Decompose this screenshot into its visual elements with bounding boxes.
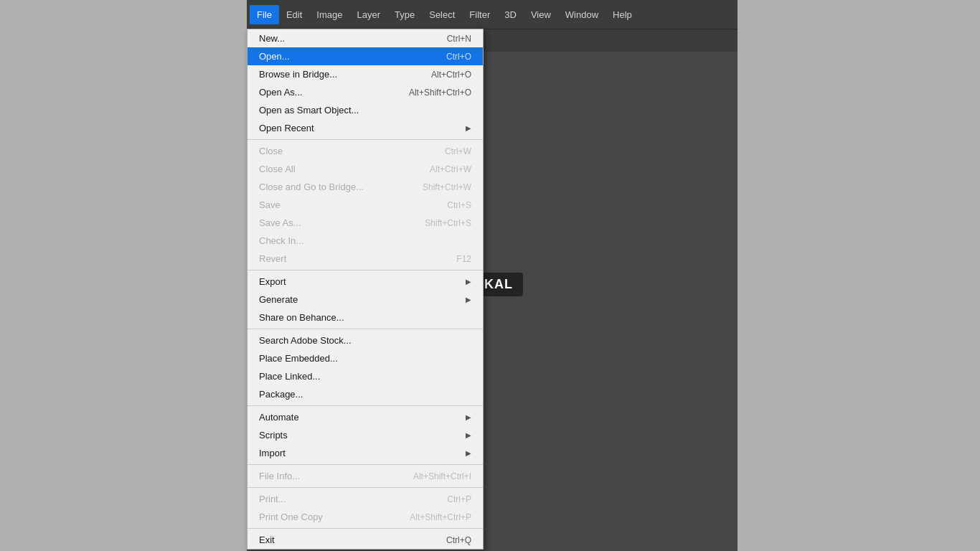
- menu-item-label-new: New...: [259, 33, 285, 44]
- menu-item-arrow-scripts: ▶: [466, 431, 471, 439]
- menu-item-close_bridge: Close and Go to Bridge...Shift+Ctrl+W: [248, 178, 483, 196]
- menu-item-arrow-import: ▶: [466, 449, 471, 457]
- separator-after-print_one: [248, 528, 483, 529]
- menu-item-shortcut-close_all: Alt+Ctrl+W: [430, 164, 471, 174]
- menu-type[interactable]: Type: [387, 5, 422, 24]
- menu-item-place_linked[interactable]: Place Linked...: [248, 367, 483, 385]
- menu-item-label-close: Close: [259, 146, 283, 156]
- menu-item-open[interactable]: Open...Ctrl+O: [248, 47, 483, 65]
- menu-item-check_in: Check In...: [248, 232, 483, 250]
- menu-item-close: CloseCtrl+W: [248, 142, 483, 160]
- menu-item-label-open_recent: Open Recent: [259, 123, 314, 133]
- menu-image[interactable]: Image: [309, 5, 349, 24]
- menu-item-search_stock[interactable]: Search Adobe Stock...: [248, 331, 483, 349]
- menu-item-label-close_bridge: Close and Go to Bridge...: [259, 182, 364, 192]
- menu-item-label-place_embedded: Place Embedded...: [259, 353, 338, 364]
- menu-item-label-exit: Exit: [259, 534, 275, 545]
- menu-item-shortcut-close: Ctrl+W: [445, 146, 471, 156]
- menu-item-arrow-export: ▶: [466, 278, 471, 286]
- menu-item-shortcut-save_as: Shift+Ctrl+S: [425, 218, 471, 228]
- menu-item-print_one: Print One CopyAlt+Shift+Ctrl+P: [248, 508, 483, 526]
- menu-item-label-automate: Automate: [259, 412, 299, 423]
- menu-window[interactable]: Window: [558, 5, 606, 24]
- menu-item-label-open_smart: Open as Smart Object...: [259, 105, 359, 116]
- left-background: [0, 0, 247, 551]
- watermark-text-after: KAL: [484, 277, 513, 291]
- menu-item-label-import: Import: [259, 448, 286, 458]
- menu-item-label-scripts: Scripts: [259, 430, 288, 441]
- menu-item-package[interactable]: Package...: [248, 385, 483, 403]
- menu-item-label-print_one: Print One Copy: [259, 512, 323, 522]
- menu-item-arrow-automate: ▶: [466, 413, 471, 421]
- menu-item-open_recent[interactable]: Open Recent▶: [248, 119, 483, 137]
- menu-item-label-generate: Generate: [259, 294, 298, 305]
- menu-item-revert: RevertF12: [248, 250, 483, 268]
- menu-item-automate[interactable]: Automate▶: [248, 408, 483, 426]
- menu-item-new[interactable]: New...Ctrl+N: [248, 29, 483, 47]
- separator-after-revert: [248, 270, 483, 270]
- menu-item-label-save: Save: [259, 199, 281, 210]
- menu-item-shortcut-close_bridge: Shift+Ctrl+W: [423, 182, 471, 192]
- separator-after-import: [248, 464, 483, 465]
- menu-item-place_embedded[interactable]: Place Embedded...: [248, 349, 483, 367]
- menu-item-browse_bridge[interactable]: Browse in Bridge...Alt+Ctrl+O: [248, 65, 483, 83]
- menu-item-export[interactable]: Export▶: [248, 273, 483, 291]
- menu-item-label-search_stock: Search Adobe Stock...: [259, 335, 352, 346]
- menu-item-close_all: Close AllAlt+Ctrl+W: [248, 160, 483, 178]
- menu-item-shortcut-print_one: Alt+Shift+Ctrl+P: [410, 512, 471, 522]
- menu-item-label-revert: Revert: [259, 253, 286, 264]
- menu-item-file_info: File Info...Alt+Shift+Ctrl+I: [248, 467, 483, 485]
- menu-item-open_smart[interactable]: Open as Smart Object...: [248, 101, 483, 119]
- menu-help[interactable]: Help: [606, 5, 639, 24]
- menu-item-shortcut-revert: F12: [456, 254, 471, 264]
- menu-item-arrow-generate: ▶: [466, 296, 471, 303]
- menu-item-shortcut-browse_bridge: Alt+Ctrl+O: [431, 70, 471, 80]
- menu-item-shortcut-save: Ctrl+S: [447, 200, 471, 210]
- menu-select[interactable]: Select: [422, 5, 462, 24]
- menu-item-generate[interactable]: Generate▶: [248, 291, 483, 309]
- menu-item-label-package: Package...: [259, 389, 303, 400]
- right-background: [738, 0, 980, 551]
- menubar: File Edit Image Layer Type Select Filter…: [247, 0, 738, 29]
- menu-item-shortcut-new: Ctrl+N: [447, 34, 471, 44]
- menu-item-save_as: Save As...Shift+Ctrl+S: [248, 214, 483, 232]
- menu-item-shortcut-open_as: Alt+Shift+Ctrl+O: [409, 88, 471, 98]
- separator-after-package: [248, 405, 483, 406]
- menu-item-label-place_linked: Place Linked...: [259, 371, 320, 382]
- menu-item-arrow-open_recent: ▶: [466, 124, 471, 132]
- menu-item-shortcut-print: Ctrl+P: [447, 494, 471, 504]
- menu-item-shortcut-exit: Ctrl+Q: [446, 535, 471, 545]
- menu-item-save: SaveCtrl+S: [248, 196, 483, 214]
- menu-item-open_as[interactable]: Open As...Alt+Shift+Ctrl+O: [248, 83, 483, 101]
- separator-after-file_info: [248, 487, 483, 488]
- menu-view[interactable]: View: [524, 5, 558, 24]
- menu-item-label-close_all: Close All: [259, 164, 296, 174]
- menu-item-label-open: Open...: [259, 51, 290, 62]
- menu-item-shortcut-file_info: Alt+Shift+Ctrl+I: [413, 471, 471, 481]
- menu-item-scripts[interactable]: Scripts▶: [248, 426, 483, 444]
- separator-after-open_recent: [248, 139, 483, 140]
- menu-item-label-browse_bridge: Browse in Bridge...: [259, 69, 337, 80]
- menu-item-label-share_behance: Share on Behance...: [259, 312, 344, 323]
- menu-item-label-export: Export: [259, 276, 286, 287]
- menu-item-label-open_as: Open As...: [259, 87, 303, 98]
- menu-3d[interactable]: 3D: [497, 5, 524, 24]
- menu-item-print: Print...Ctrl+P: [248, 490, 483, 508]
- menu-item-label-print: Print...: [259, 494, 286, 504]
- menu-item-share_behance[interactable]: Share on Behance...: [248, 309, 483, 326]
- menu-item-import[interactable]: Import▶: [248, 444, 483, 462]
- menu-item-label-check_in: Check In...: [259, 235, 303, 246]
- menu-filter[interactable]: Filter: [462, 5, 497, 24]
- menu-file[interactable]: File: [250, 5, 279, 24]
- menu-edit[interactable]: Edit: [279, 5, 309, 24]
- separator-after-share_behance: [248, 329, 483, 329]
- file-dropdown-menu: New...Ctrl+NOpen...Ctrl+OBrowse in Bridg…: [247, 29, 484, 550]
- menu-item-exit[interactable]: ExitCtrl+Q: [248, 531, 483, 549]
- menu-item-shortcut-open: Ctrl+O: [446, 52, 471, 62]
- menu-item-label-save_as: Save As...: [259, 217, 301, 228]
- menu-item-label-file_info: File Info...: [259, 471, 300, 481]
- menu-layer[interactable]: Layer: [350, 5, 388, 24]
